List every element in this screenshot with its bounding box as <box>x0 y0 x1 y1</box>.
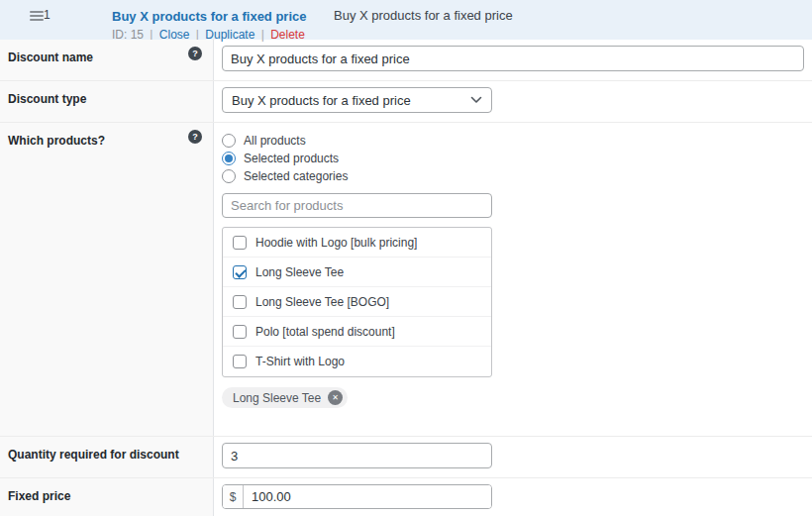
fixed-price-label: Fixed price <box>8 489 70 503</box>
radio-option-selected-products[interactable]: Selected products <box>222 150 804 167</box>
currency-symbol: $ <box>223 485 244 508</box>
pricing-rule-editor: 1 Buy X products for a fixed price ID: 1… <box>0 0 812 516</box>
product-scope-radio-group: All products Selected products Selected … <box>222 132 804 185</box>
which-products-field-cell: All products Selected products Selected … <box>214 123 812 436</box>
radio-icon <box>222 152 236 165</box>
separator: | <box>261 28 264 42</box>
discount-name-input[interactable] <box>222 46 804 71</box>
product-list-item[interactable]: Hoodie with Logo [bulk pricing] <box>223 228 491 258</box>
quantity-label-cell: Quantity required for discount <box>0 437 214 477</box>
checkbox-icon <box>233 325 247 339</box>
row-discount-name: Discount name ? <box>0 40 812 81</box>
fixed-price-label-cell: Fixed price <box>0 478 214 516</box>
row-fixed-price: Fixed price $ <box>0 478 812 516</box>
selected-option-text: Buy X products for a fixed price <box>232 93 411 108</box>
product-list-item[interactable]: Long Sleeve Tee <box>223 258 491 287</box>
product-list-item[interactable]: Polo [total spend discount] <box>223 317 491 347</box>
tag-label: Long Sleeve Tee <box>233 391 321 405</box>
radio-icon <box>222 169 236 183</box>
fixed-price-input[interactable] <box>244 485 491 508</box>
rule-number: 1 <box>44 8 51 22</box>
chevron-down-icon <box>470 96 482 104</box>
rule-title-link[interactable]: Buy X products for a fixed price <box>112 9 307 24</box>
product-list: Hoodie with Logo [bulk pricing] Long Sle… <box>222 227 492 377</box>
drag-handle-icon[interactable] <box>30 11 44 23</box>
fixed-price-group: $ <box>222 484 492 509</box>
rule-summary: Buy X products for a fixed price <box>334 8 513 23</box>
question-glyph: ? <box>192 49 198 58</box>
checkbox-icon <box>233 236 247 250</box>
discount-name-label: Discount name <box>8 51 93 64</box>
rule-title-block: Buy X products for a fixed price ID: 15 … <box>112 7 307 42</box>
checkbox-icon <box>233 355 247 368</box>
which-products-label-cell: Which products? ? <box>0 123 214 436</box>
selected-product-tag: Long Sleeve Tee ✕ <box>222 387 348 408</box>
product-list-item[interactable]: Long Sleeve Tee [BOGO] <box>223 287 491 317</box>
fixed-price-field-cell: $ <box>214 478 812 516</box>
help-icon[interactable]: ? <box>188 130 202 144</box>
radio-icon <box>222 134 236 148</box>
discount-type-field-cell: Buy X products for a fixed price <box>214 81 812 122</box>
delete-link[interactable]: Delete <box>270 28 305 42</box>
checkbox-icon <box>233 295 247 309</box>
row-discount-type: Discount type Buy X products for a fixed… <box>0 81 812 123</box>
checkbox-icon <box>233 265 247 279</box>
discount-type-label: Discount type <box>8 92 86 106</box>
which-products-label: Which products? <box>8 134 105 148</box>
discount-name-field-cell <box>214 40 812 80</box>
product-list-item[interactable]: T-Shirt with Logo <box>223 347 491 376</box>
help-icon[interactable]: ? <box>188 47 202 60</box>
quantity-label: Quantity required for discount <box>8 448 179 462</box>
row-which-products: Which products? ? All products Selected … <box>0 123 812 437</box>
radio-option-all-products[interactable]: All products <box>222 132 804 150</box>
discount-type-select[interactable]: Buy X products for a fixed price <box>222 87 492 113</box>
quantity-field-cell <box>214 437 812 477</box>
rule-header: 1 Buy X products for a fixed price ID: 1… <box>0 0 812 40</box>
x-glyph: ✕ <box>332 394 339 402</box>
quantity-input[interactable] <box>222 443 492 468</box>
question-glyph: ? <box>192 132 198 142</box>
radio-option-selected-categories[interactable]: Selected categories <box>222 167 804 185</box>
discount-type-label-cell: Discount type <box>0 81 214 122</box>
row-quantity: Quantity required for discount <box>0 437 812 478</box>
discount-name-label-cell: Discount name ? <box>0 40 214 80</box>
product-search-input[interactable] <box>222 193 492 218</box>
remove-tag-icon[interactable]: ✕ <box>328 390 343 405</box>
